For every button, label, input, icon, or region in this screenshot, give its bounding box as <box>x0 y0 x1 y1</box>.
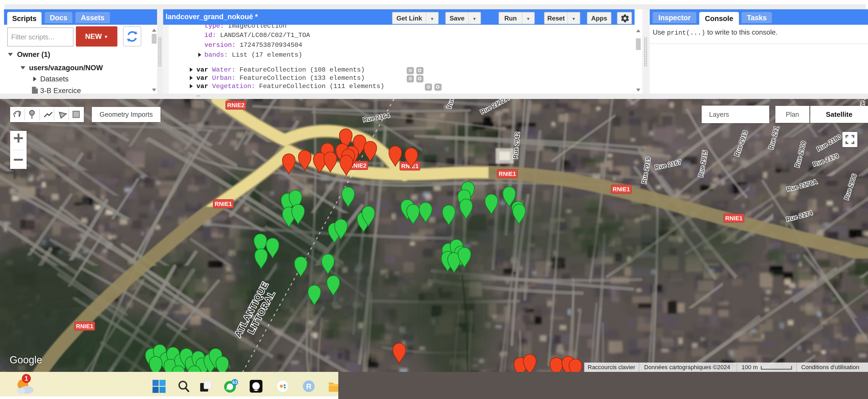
svg-text:1: 1 <box>25 375 28 382</box>
svg-text:RNIE1: RNIE1 <box>613 186 630 193</box>
svg-text:Z: Z <box>383 382 389 391</box>
svg-text:RNIE2: RNIE2 <box>227 102 245 108</box>
svg-text:RNIE1: RNIE1 <box>215 201 232 207</box>
svg-text:63: 63 <box>232 380 237 385</box>
svg-text:R: R <box>306 382 311 391</box>
svg-text:X: X <box>551 383 555 390</box>
svg-text:PRE: PRE <box>845 388 852 392</box>
svg-text:W: W <box>524 383 530 390</box>
svg-text:RNIE1: RNIE1 <box>725 215 743 222</box>
svg-text:RNIE1: RNIE1 <box>76 323 93 330</box>
svg-text:RNIE1: RNIE1 <box>499 170 516 177</box>
svg-text:6: 6 <box>484 380 486 385</box>
